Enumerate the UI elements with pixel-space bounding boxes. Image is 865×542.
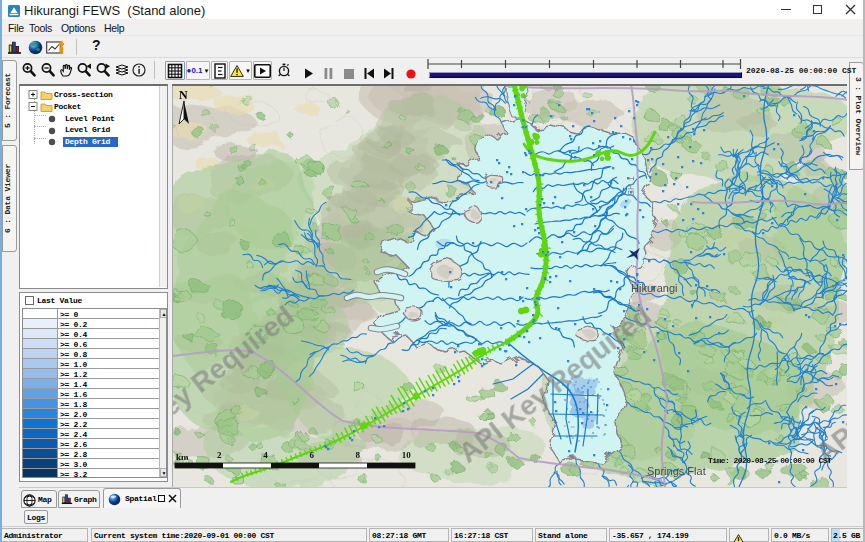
svg-text:4: 4 <box>263 450 268 460</box>
svg-text:Time: 2020-08-25 00:00:00 CST: Time: 2020-08-25 00:00:00 CST <box>708 456 832 465</box>
svg-text:8: 8 <box>356 450 361 460</box>
svg-text:6: 6 <box>309 450 314 460</box>
svg-text:SH 1: SH 1 <box>626 176 636 196</box>
svg-text:Springs Flat: Springs Flat <box>647 465 706 477</box>
svg-text:N: N <box>179 88 188 102</box>
svg-text:km: km <box>176 452 189 462</box>
svg-text:10: 10 <box>402 450 412 460</box>
svg-text:Hikurangi: Hikurangi <box>631 282 677 294</box>
svg-text:2: 2 <box>217 450 222 460</box>
